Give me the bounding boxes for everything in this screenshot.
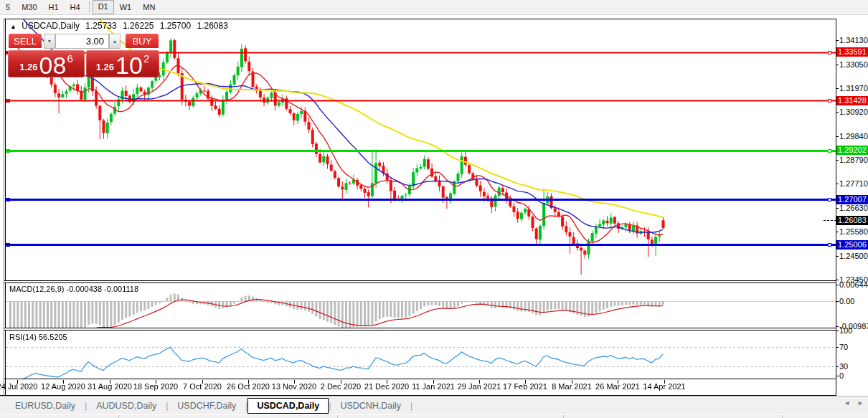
price-badge: 1.25006 [836,240,868,250]
price-axis: 1.341301.330501.319701.309201.298401.287… [836,19,868,396]
tab-scroll-right-icon[interactable]: ► [857,399,864,407]
axis-label: 1.25580 [839,227,868,236]
timeframe-toolbar: 5M30H1H4D1W1MN [0,0,868,15]
date-label: 11 Jan 2021 [412,382,455,391]
axis-label: 1.27710 [839,179,868,188]
tab-scroll-arrows: ◄ ► [844,399,864,407]
date-label: 18 Sep 2020 [133,382,178,391]
date-label: 12 Aug 2020 [41,382,85,391]
axis-label: 1.33050 [839,60,868,69]
ohlc-open: 1.25733 [85,21,116,31]
buy-price-big: 10 [115,54,143,76]
chevron-up-icon: ▲ [113,39,118,44]
timeframe-M30[interactable]: M30 [16,1,42,14]
axis-label: 0 [839,371,844,380]
tab-eurusd[interactable]: EURUSD,Daily [6,399,85,413]
buy-price-prefix: 1.26 [96,62,114,72]
ohlc-low: 1.25700 [160,21,191,31]
symbol-tabbar: EURUSD,Daily|AUDUSD,Daily|USDCHF,Daily|U… [0,396,868,415]
axis-label: 1.31970 [839,84,868,92]
tab-separator: | [410,401,412,411]
chart-symbol-label: USDCAD,Daily [22,21,80,31]
timeframe-H1[interactable]: H1 [43,1,65,14]
status-separator [118,415,119,418]
timeframe-H4[interactable]: H4 [65,1,86,14]
date-label: 21 Dec 2020 [364,382,409,391]
date-label: 24 Jul 2020 [0,382,37,391]
buy-button[interactable]: BUY [126,34,159,48]
toolbar-separator [89,1,90,13]
collapse-arrow-icon[interactable]: ▲ [10,23,16,30]
tab-usdcnh[interactable]: USDCNH,Daily [331,399,410,413]
timeframe-W1[interactable]: W1 [114,1,138,14]
axis-label: 1.30920 [839,108,868,116]
rsi-label: RSI(14) 56.5205 [9,333,67,341]
date-label: 7 Oct 2020 [183,382,222,391]
date-label: 31 Aug 2020 [88,382,132,391]
tab-scroll-left-icon[interactable]: ◄ [844,399,850,407]
volume-stepper-up[interactable]: ▲ [109,34,121,49]
axis-label: 0.006444 [839,280,868,289]
price-badge: 1.26083 [836,216,868,225]
date-label: 2 Dec 2020 [321,382,361,391]
volume-stepper-down[interactable]: ▼ [44,34,55,49]
tab-usdcad[interactable]: USDCAD,Daily [247,398,329,414]
sell-price-prefix: 1.26 [19,62,37,72]
status-separator [337,415,338,418]
date-label: 26 Mar 2021 [595,382,640,391]
timeframe-MN[interactable]: MN [137,1,161,14]
price-badge: 1.29202 [836,146,868,155]
axis-label: 1.24500 [839,252,868,260]
sell-price-sup: 6 [67,52,72,65]
chart-title: ▲ USDCAD,Daily 1.25733 1.26225 1.25700 1… [10,21,228,31]
sell-button[interactable]: SELL [9,34,42,48]
date-label: 26 Oct 2020 [227,382,270,391]
date-label: 17 Feb 2021 [503,382,547,391]
sell-price-big: 08 [39,54,67,76]
axis-label: 30 [839,362,848,371]
date-label: 13 Nov 2020 [272,382,316,391]
ohlc-high: 1.26225 [123,21,154,31]
buy-price-tile[interactable]: 1.26 10 2 [86,50,159,77]
macd-signal-value: -0.001118 [104,285,138,293]
price-badge: 1.33591 [836,47,868,57]
status-bar [0,414,868,418]
macd-label: MACD(12,26,9) -0.000438 -0.001118 [9,285,138,293]
separator-macd-rsi[interactable] [4,328,868,331]
axis-label: 100 [839,326,852,335]
status-separator [563,415,564,418]
tab-audusd[interactable]: AUDUSD,Daily [87,399,166,413]
date-label: 8 Mar 2021 [552,382,592,391]
price-badge: 1.27007 [836,195,868,204]
rsi-value: 56.5205 [39,333,67,341]
timeframe-D1[interactable]: D1 [93,0,114,14]
price-badge: 1.31428 [836,96,868,105]
buy-price-sup: 2 [143,52,149,65]
axis-label: 1.28790 [839,156,868,164]
date-label: 14 Apr 2021 [643,382,685,391]
axis-label: 70 [839,343,848,351]
trading-terminal: 5M30H1H4D1W1MN ▲ USDCAD,Daily 1.25733 1.… [0,0,868,418]
separator-rsi-dates [4,379,868,379]
axis-label: 1.26630 [839,204,868,212]
ohlc-close: 1.26083 [197,21,228,31]
sell-price-tile[interactable]: 1.26 08 6 [8,50,85,77]
timeframe-5[interactable]: 5 [0,1,16,14]
axis-label: 1.29840 [839,132,868,141]
chevron-down-icon: ▼ [47,39,52,44]
tab-usdchf[interactable]: USDCHF,Daily [168,399,245,413]
volume-input[interactable] [55,34,109,49]
separator-main-macd[interactable] [4,280,868,283]
date-label: 29 Jan 2021 [458,382,501,391]
status-separator [782,415,783,418]
axis-label: 1.34130 [839,36,868,44]
macd-value: -0.000438 [66,285,102,293]
axis-label: 0.00 [839,297,854,305]
